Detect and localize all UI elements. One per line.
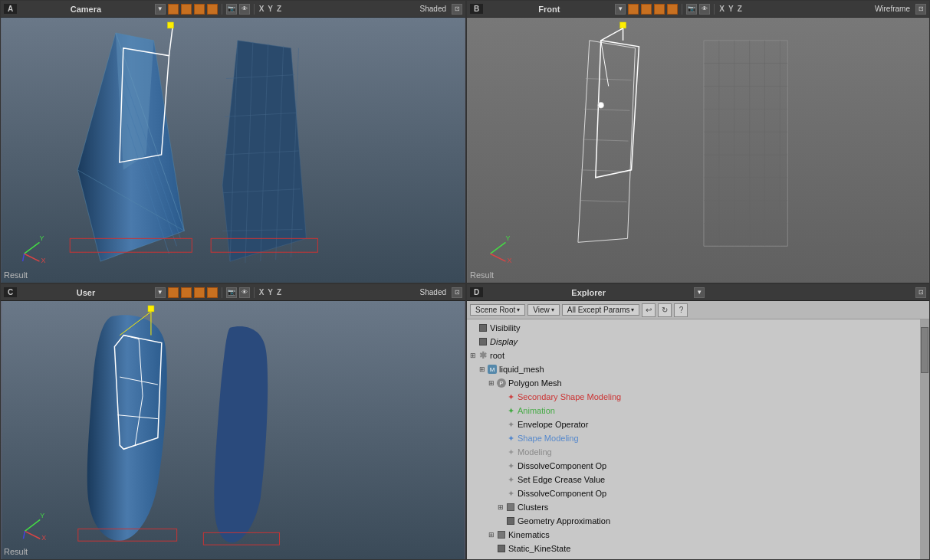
eye-icon-c[interactable]: 👁 (239, 287, 250, 298)
sep-b2 (714, 4, 715, 15)
axis-z-c: Z (277, 288, 281, 296)
explorer-toolbar: D Explorer ▼ ⊡ (467, 284, 929, 301)
tree-node-label: Shape Modeling (518, 434, 579, 443)
display-mode-c2[interactable] (181, 287, 192, 298)
tree-node-icon (496, 543, 507, 554)
camera-icon-b[interactable]: 📷 (686, 4, 697, 15)
dropdown-arrow-c[interactable]: ▼ (155, 287, 166, 298)
view-btn[interactable]: View ▾ (527, 304, 560, 316)
svg-text:X: X (507, 257, 511, 264)
axis-y-c: Y (268, 288, 273, 296)
display-mode-b2[interactable] (641, 4, 652, 15)
tree-node-label: Static_KineState (508, 544, 570, 553)
sep1 (222, 4, 222, 15)
svg-text:Y: Y (39, 234, 44, 242)
tree-item[interactable]: ✦DissolveComponent Op (467, 459, 920, 473)
tree-item[interactable]: ✦Secondary Shape Modeling (467, 390, 920, 404)
tree-node-icon: M (487, 364, 498, 375)
dropdown-arrow[interactable]: ▼ (155, 4, 166, 15)
maximize-icon-c[interactable]: ⊡ (452, 287, 462, 298)
tree-item[interactable]: ✦Animation (467, 404, 920, 418)
tree-node-icon (505, 502, 516, 513)
axis-z-label: Z (277, 5, 281, 13)
viewport-b-result: Result (470, 270, 494, 280)
explorer-tree[interactable]: VisibilityDisplay⊞✱root⊞Mliquid_mesh⊞PPo… (467, 319, 920, 559)
viewport-a[interactable]: A Camera ▼ 📷 👁 X Y Z Shaded ⊡ (0, 0, 466, 283)
explorer-maximize[interactable]: ⊡ (915, 287, 926, 298)
tree-item[interactable]: ✦Modeling (467, 445, 920, 459)
svg-point-29 (598, 102, 604, 108)
tree-item[interactable]: ⊞Clusters (467, 500, 920, 514)
camera-icon[interactable]: 📷 (226, 4, 237, 15)
viewport-c-name: User (19, 288, 152, 297)
scrollbar-thumb[interactable] (921, 327, 928, 373)
svg-rect-53 (148, 306, 154, 312)
tree-node-icon (478, 323, 488, 333)
tree-item[interactable]: ✦Envelope Operator (467, 418, 920, 431)
tree-node-icon (478, 336, 488, 347)
sep-c1 (222, 287, 222, 298)
display-mode-4[interactable] (207, 4, 218, 15)
tree-node-label: Geometry Approximation (518, 516, 610, 526)
tree-node-label: Visibility (490, 323, 521, 332)
viewport-a-toolbar: A Camera ▼ 📷 👁 X Y Z Shaded ⊡ (1, 1, 465, 18)
tree-node-icon (505, 516, 516, 526)
tree-node-label: Animation (518, 406, 555, 415)
maximize-icon-b[interactable]: ⊡ (915, 4, 926, 15)
tree-node-label: liquid_mesh (499, 365, 544, 374)
svg-rect-11 (167, 22, 173, 28)
tree-expand-icon[interactable]: ⊞ (468, 351, 478, 360)
tree-node-label: Set Edge Crease Value (518, 475, 605, 484)
display-mode-b4[interactable] (667, 4, 678, 15)
tree-item[interactable]: ⊞PPolygon Mesh (467, 376, 920, 390)
camera-icon-c[interactable]: 📷 (226, 287, 237, 298)
tree-item[interactable]: Visibility (467, 321, 920, 335)
dropdown-arrow-b[interactable]: ▼ (615, 4, 626, 15)
tree-item[interactable]: ⊞✱root (467, 349, 920, 362)
sep2 (254, 4, 255, 15)
display-mode-2[interactable] (181, 4, 192, 15)
tree-node-icon: ✦ (505, 433, 516, 444)
scrollbar-track[interactable] (920, 319, 929, 559)
viewport-a-name: Camera (19, 5, 152, 14)
eye-icon-b[interactable]: 👁 (699, 4, 710, 15)
display-mode-3[interactable] (194, 4, 205, 15)
tree-node-icon: ✦ (505, 419, 516, 430)
nav-help-btn[interactable]: ? (674, 303, 688, 317)
filter-btn[interactable]: All Except Params ▾ (562, 304, 640, 316)
display-mode-c3[interactable] (194, 287, 205, 298)
tree-expand-icon[interactable]: ⊞ (487, 530, 496, 539)
tree-item[interactable]: Display (467, 335, 920, 349)
viewport-a-content: Y X Result (1, 18, 465, 283)
explorer-dropdown[interactable]: ▼ (694, 287, 705, 298)
display-mode-1[interactable] (168, 4, 179, 15)
scene-root-label: Scene Root (475, 306, 515, 314)
tree-expand-icon[interactable]: ⊞ (496, 503, 505, 512)
tree-item[interactable]: ✦DissolveComponent Op (467, 486, 920, 500)
svg-text:X: X (41, 534, 46, 542)
viewport-b-name: Front (485, 5, 613, 14)
maximize-icon[interactable]: ⊡ (452, 4, 462, 15)
tree-item[interactable]: ✦Set Edge Crease Value (467, 473, 920, 486)
tree-item[interactable]: ⊞Kinematics (467, 528, 920, 542)
explorer-panel: D Explorer ▼ ⊡ Scene Root ▾ View ▾ All E… (466, 283, 930, 560)
tree-item[interactable]: Static_KineState (467, 542, 920, 555)
tree-item[interactable]: ✦Shape Modeling (467, 431, 920, 445)
nav-refresh-btn[interactable]: ↻ (658, 303, 672, 317)
viewport-b-toolbar: B Front ▼ 📷 👁 X Y Z Wireframe ⊡ (467, 1, 929, 18)
eye-icon[interactable]: 👁 (239, 4, 250, 15)
display-mode-b3[interactable] (654, 4, 665, 15)
scene-root-btn[interactable]: Scene Root ▾ (470, 304, 525, 316)
viewport-b[interactable]: B Front ▼ 📷 👁 X Y Z Wireframe ⊡ (466, 0, 930, 283)
tree-item[interactable]: ⊞Mliquid_mesh (467, 362, 920, 376)
display-mode-c4[interactable] (207, 287, 218, 298)
nav-back-btn[interactable]: ↩ (642, 303, 656, 317)
viewport-c[interactable]: C User ▼ 📷 👁 X Y Z Shaded ⊡ (0, 283, 466, 560)
display-mode-b1[interactable] (628, 4, 639, 15)
tree-item[interactable]: Geometry Approximation (467, 514, 920, 528)
tree-expand-icon[interactable]: ⊞ (487, 378, 496, 388)
panel-a-corner-label: A (4, 4, 17, 14)
sep-b1 (682, 4, 682, 15)
tree-expand-icon[interactable]: ⊞ (478, 365, 487, 374)
display-mode-c1[interactable] (168, 287, 179, 298)
